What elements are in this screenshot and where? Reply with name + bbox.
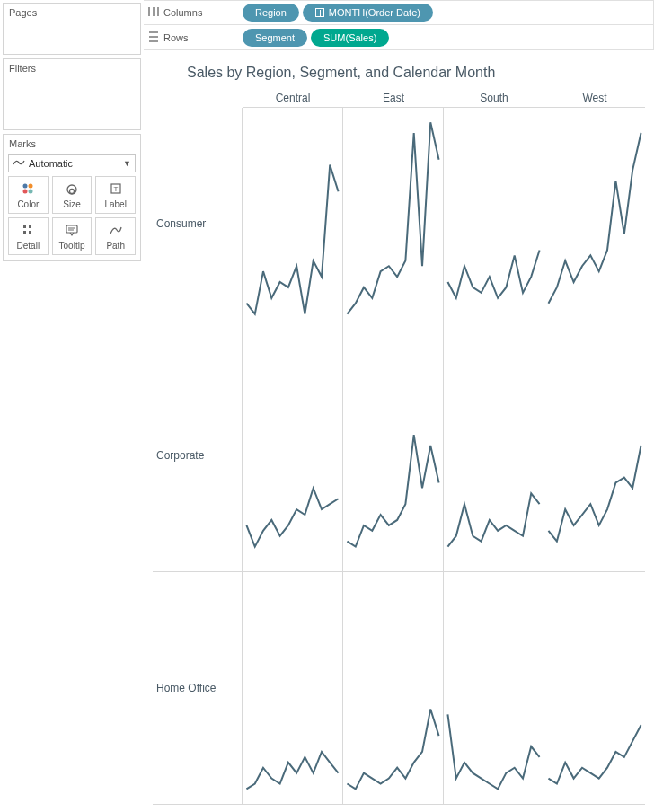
pages-title: Pages: [4, 4, 140, 22]
mark-label: Path: [106, 241, 125, 251]
chart-cell[interactable]: [444, 572, 544, 805]
chart-cell[interactable]: [444, 340, 544, 573]
rows-shelf-label: Rows: [147, 31, 237, 45]
rows-pills: SegmentSUM(Sales): [243, 29, 389, 47]
svg-point-2: [23, 189, 28, 193]
detail-button[interactable]: Detail: [8, 217, 49, 255]
mark-label: Tooltip: [59, 241, 85, 251]
marks-panel: Marks Automatic ▼ Color Size T: [3, 134, 141, 261]
chart-grid: CentralEastSouthWestConsumerCorporateHom…: [153, 88, 645, 805]
svg-rect-9: [29, 225, 31, 228]
path-button[interactable]: Path: [95, 217, 136, 255]
filters-title: Filters: [4, 59, 140, 77]
chart-cell[interactable]: [544, 572, 645, 805]
svg-point-0: [23, 183, 28, 188]
chart-cell[interactable]: [243, 108, 343, 340]
svg-rect-12: [66, 225, 77, 233]
svg-point-3: [29, 189, 33, 193]
pill-sum-sales-[interactable]: SUM(Sales): [311, 29, 389, 47]
mark-label: Color: [17, 199, 39, 209]
columns-shelf[interactable]: Columns RegionMONTH(Order Date): [144, 0, 654, 25]
mark-label: Label: [104, 199, 126, 209]
rows-icon: [147, 31, 160, 45]
row-header[interactable]: Consumer: [153, 108, 243, 340]
pill-region[interactable]: Region: [243, 4, 299, 22]
columns-icon: [147, 5, 160, 20]
color-button[interactable]: Color: [8, 176, 49, 214]
chart-cell[interactable]: [343, 572, 444, 805]
path-icon: [109, 223, 123, 239]
chevron-down-icon: ▼: [123, 159, 131, 168]
pill-label: SUM(Sales): [323, 32, 376, 43]
chart-cell[interactable]: [343, 108, 444, 340]
row-header[interactable]: Corporate: [153, 340, 243, 573]
line-icon: [13, 158, 25, 169]
viz-title: Sales by Region, Segment, and Calendar M…: [187, 65, 645, 81]
svg-text:T: T: [113, 185, 118, 193]
pill-label: Region: [255, 7, 287, 18]
mark-label: Size: [63, 199, 80, 209]
columns-shelf-label: Columns: [147, 5, 237, 20]
size-button[interactable]: Size: [52, 176, 93, 214]
columns-text: Columns: [164, 7, 202, 18]
col-header[interactable]: East: [343, 88, 444, 108]
chart-cell[interactable]: [544, 340, 645, 573]
rows-shelf[interactable]: Rows SegmentSUM(Sales): [144, 25, 654, 50]
size-icon: [65, 181, 79, 198]
svg-point-1: [29, 183, 33, 188]
col-header[interactable]: South: [444, 88, 544, 108]
pill-label: MONTH(Order Date): [329, 7, 420, 18]
chart-cell[interactable]: [544, 108, 645, 340]
svg-point-5: [69, 189, 74, 193]
visualization: Sales by Region, Segment, and Calendar M…: [144, 50, 654, 812]
chart-cell[interactable]: [343, 340, 444, 573]
columns-pills: RegionMONTH(Order Date): [243, 4, 433, 22]
svg-rect-8: [23, 225, 26, 228]
col-header[interactable]: Central: [243, 88, 343, 108]
tooltip-icon: [65, 223, 79, 239]
detail-icon: [21, 223, 35, 239]
pages-panel: Pages: [3, 3, 141, 55]
pill-segment[interactable]: Segment: [243, 29, 307, 47]
row-header[interactable]: Home Office: [153, 572, 243, 805]
chart-cell[interactable]: [243, 340, 343, 573]
main: Columns RegionMONTH(Order Date) Rows Seg…: [144, 0, 654, 812]
chart-cell[interactable]: [243, 572, 343, 805]
svg-rect-11: [29, 231, 31, 234]
chart-cell[interactable]: [444, 108, 544, 340]
col-header[interactable]: West: [544, 88, 645, 108]
marks-dropdown-label: Automatic: [29, 158, 73, 169]
label-button[interactable]: T Label: [95, 176, 136, 214]
pill-label: Segment: [255, 32, 295, 43]
label-icon: T: [109, 181, 123, 198]
marks-title: Marks: [4, 135, 140, 153]
marks-buttons: Color Size T Label Detail Tooltip: [4, 176, 140, 255]
marks-type-dropdown[interactable]: Automatic ▼: [8, 154, 136, 172]
svg-rect-10: [23, 231, 26, 234]
tooltip-button[interactable]: Tooltip: [52, 217, 93, 255]
mark-label: Detail: [17, 241, 40, 251]
expand-icon: [315, 8, 324, 17]
color-icon: [21, 181, 35, 198]
pill-month-order-date-[interactable]: MONTH(Order Date): [303, 4, 433, 22]
rows-text: Rows: [164, 32, 189, 43]
filters-panel: Filters: [3, 58, 141, 130]
sidebar: Pages Filters Marks Automatic ▼ Color: [0, 0, 144, 812]
